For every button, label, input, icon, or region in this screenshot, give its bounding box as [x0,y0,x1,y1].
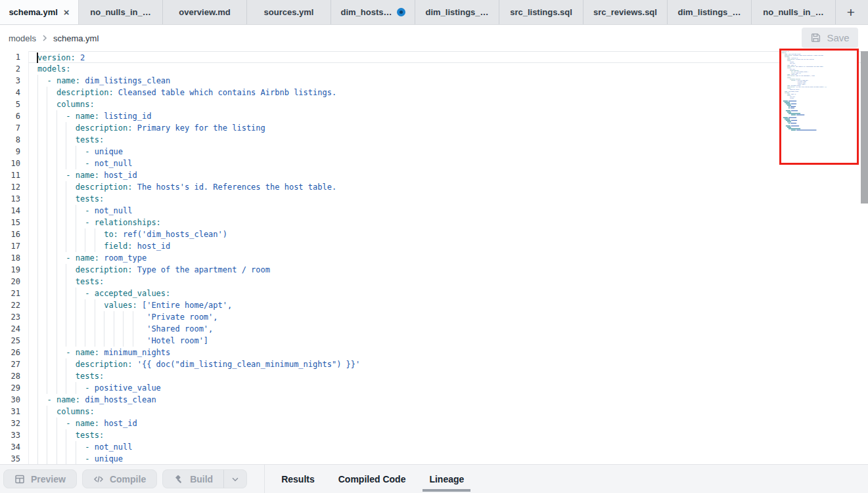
editor-scrollbar[interactable] [861,51,868,204]
code-line[interactable]: 3 - name: dim_listings_clean [0,75,868,87]
code-line[interactable]: 26 - name: minimum_nights [0,347,868,358]
preview-button[interactable]: Preview [3,469,77,488]
line-number: 13 [0,193,20,205]
compile-button[interactable]: Compile [82,469,157,488]
code-line[interactable]: 23 'Private room', [0,311,868,323]
editor-tab[interactable]: sources.yml [247,0,331,24]
line-number: 1 [0,51,20,63]
tab-label: schema.yml [9,7,57,17]
line-number: 27 [0,358,20,370]
code-line[interactable]: 5 columns: [0,98,868,110]
line-number: 19 [0,264,20,276]
code-line[interactable]: 21 - accepted_values: [0,288,868,299]
line-number: 33 [0,429,20,441]
tab-label: dim_listings_… [425,7,488,17]
build-split-button: Build [162,469,247,488]
code-line[interactable]: 35 - unique [0,453,868,464]
editor-tab[interactable]: dim_listings_… [668,0,752,24]
code-line[interactable]: 12 description: The hosts's id. Referenc… [0,181,868,193]
panel-divider [264,465,265,493]
build-label: Build [190,474,213,484]
panel-tab-lineage[interactable]: Lineage [428,465,465,493]
editor-tab[interactable]: src_listings.sql [499,0,583,24]
code-line[interactable]: 9 - unique [0,146,868,158]
line-number: 9 [0,146,20,158]
editor-tab[interactable]: no_nulls_in_… [79,0,163,24]
line-number: 31 [0,406,20,418]
editor-tab[interactable]: dim_listings_… [415,0,499,24]
code-line[interactable]: 22 values: ['Entire home/apt', [0,299,868,311]
editor-tab[interactable]: no_nulls_in_… [752,0,836,24]
line-number: 14 [0,205,20,217]
line-number: 7 [0,122,20,134]
chevron-down-icon [231,475,240,484]
line-number: 8 [0,134,20,146]
code-line[interactable]: 1version: 2 [0,51,868,63]
editor-tab[interactable]: src_reviews.sql [583,0,668,24]
line-number: 22 [0,299,20,311]
code-line[interactable]: 19 description: Type of the apartment / … [0,264,868,276]
code-line[interactable]: 18 - name: room_type [0,252,868,264]
line-number: 2 [0,63,20,75]
code-line[interactable]: 28 tests: [0,370,868,382]
save-label: Save [827,32,849,43]
code-line[interactable]: 27 description: '{{ doc("dim_listing_cle… [0,358,868,370]
code-line[interactable]: 8 tests: [0,134,868,146]
save-button[interactable]: Save [802,28,858,48]
editor-tab[interactable]: schema.yml× [0,0,79,24]
code-line[interactable]: 10 - not_null [0,158,868,169]
modified-dot-icon [397,8,405,16]
new-tab-button[interactable]: + [842,3,860,22]
line-number: 11 [0,169,20,181]
code-line[interactable]: 6 - name: listing_id [0,110,868,122]
editor-tab[interactable]: dim_hosts… [331,0,415,24]
line-number: 6 [0,110,20,122]
panel-tab-compiled-code[interactable]: Compiled Code [337,465,407,493]
minimap-annotation[interactable]: version: 2models: - name: dim_listings_c… [779,49,859,165]
code-line[interactable]: 25 'Hotel room'] [0,335,868,347]
close-icon[interactable]: × [64,7,70,17]
line-number: 35 [0,453,20,464]
code-line[interactable]: 29 - positive_value [0,382,868,394]
minimap: version: 2models: - name: dim_listings_c… [781,51,859,131]
line-number: 4 [0,87,20,98]
code-line[interactable]: 4 description: Cleansed table which cont… [0,87,868,98]
code-line[interactable]: 24 'Shared room', [0,323,868,335]
code-line[interactable]: 20 tests: [0,276,868,288]
editor-tab[interactable]: overview.md [163,0,247,24]
code-line[interactable]: 31 columns: [0,406,868,418]
breadcrumb-folder[interactable]: models [9,33,36,43]
line-number: 10 [0,158,20,169]
code-lines: 1version: 22models:3 - name: dim_listing… [0,51,868,464]
code-line[interactable]: 14 - not_null [0,205,868,217]
code-line[interactable]: 34 - not_null [0,441,868,453]
line-number: 12 [0,181,20,193]
code-line[interactable]: 30 - name: dim_hosts_clean [0,394,868,406]
code-line[interactable]: 17 field: host_id [0,240,868,252]
build-button[interactable]: Build [162,469,224,488]
line-number: 3 [0,75,20,87]
panel-tab-label: Lineage [429,474,464,484]
line-number: 34 [0,441,20,453]
code-line[interactable]: 16 to: ref('dim_hosts_clean') [0,228,868,240]
panel-tab-label: Compiled Code [338,474,406,484]
tab-label: overview.md [179,7,230,17]
preview-label: Preview [31,474,66,484]
panel-tab-results[interactable]: Results [280,465,316,493]
file-header: models schema.yml Save [0,25,868,51]
hammer-icon [173,474,184,484]
code-line[interactable]: 32 - name: host_id [0,418,868,429]
code-line[interactable]: 15 - relationships: [0,217,868,228]
code-line[interactable]: 7 description: Primary key for the listi… [0,122,868,134]
code-editor[interactable]: 1version: 22models:3 - name: dim_listing… [0,51,868,464]
code-line[interactable]: 13 tests: [0,193,868,205]
build-options-button[interactable] [224,469,247,488]
tab-label: no_nulls_in_… [90,7,150,17]
code-line[interactable]: 33 tests: [0,429,868,441]
active-tab-indicator [423,489,470,492]
code-line[interactable]: 11 - name: host_id [0,169,868,181]
code-line[interactable]: 2models: [0,63,868,75]
editor-tab-bar: schema.yml×no_nulls_in_…overview.mdsourc… [0,0,868,25]
table-icon [14,474,25,484]
plus-icon: + [847,5,855,20]
